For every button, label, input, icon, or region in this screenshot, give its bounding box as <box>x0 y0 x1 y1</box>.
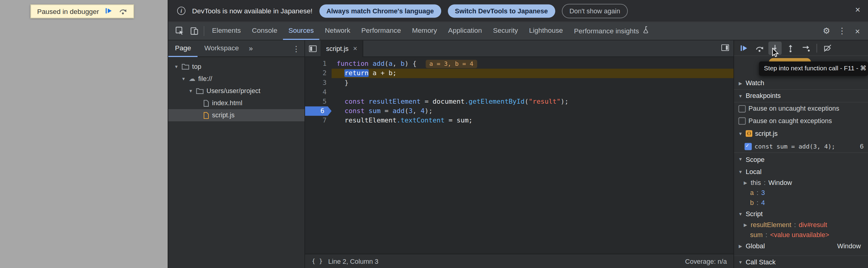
inspect-element-icon[interactable] <box>173 24 187 38</box>
tab-memory[interactable]: Memory <box>407 22 443 40</box>
disclosure-right-icon[interactable]: ▶ <box>738 243 743 248</box>
disclosure-down-icon[interactable]: ▼ <box>181 76 186 81</box>
section-breakpoints[interactable]: ▼ Breakpoints <box>734 90 868 102</box>
checkbox-checked[interactable] <box>745 143 752 150</box>
tree-item-top[interactable]: ▼ top <box>168 60 304 72</box>
tree-item-script-js[interactable]: script.js <box>168 109 304 121</box>
navigator-more-icon[interactable]: ⋮ <box>292 44 300 53</box>
switch-devtools-japanese-button[interactable]: Switch DevTools to Japanese <box>448 4 555 18</box>
pretty-print-icon[interactable]: { } <box>312 258 323 265</box>
colon: : <box>764 179 766 187</box>
device-toolbar-icon[interactable] <box>187 24 202 38</box>
tree-item-label: file:// <box>198 75 212 83</box>
token-property: .textContent <box>397 116 444 124</box>
scope-entry-sum[interactable]: sum: <value unavailable> <box>734 230 868 240</box>
paused-banner-label: Paused in debugger <box>37 7 99 16</box>
tab-elements[interactable]: Elements <box>207 22 247 40</box>
resume-script-icon[interactable] <box>104 6 113 17</box>
section-call-stack[interactable]: ▼ Call Stack <box>734 255 868 268</box>
tab-sources[interactable]: Sources <box>283 22 319 40</box>
more-options-icon[interactable]: ⋮ <box>835 24 849 38</box>
tree-item-file-origin[interactable]: ▼ ☁ file:// <box>168 72 304 85</box>
section-title: Call Stack <box>746 258 776 266</box>
dont-show-again-button[interactable]: Don't show again <box>562 4 628 18</box>
line-number[interactable]: 3 <box>305 78 332 88</box>
checkbox-unchecked[interactable] <box>738 105 746 112</box>
token-plain: = sum; <box>444 116 472 124</box>
tab-application[interactable]: Application <box>443 22 488 40</box>
navigator-tabstrip: Page Workspace » ⋮ <box>168 40 304 57</box>
token-indent <box>337 79 344 86</box>
line-number[interactable]: 1 <box>305 59 332 69</box>
toggle-debugger-sidebar-icon[interactable] <box>721 44 734 53</box>
tab-performance-insights[interactable]: Performance insights <box>568 22 654 40</box>
scope-var-name: this <box>751 179 761 187</box>
tab-performance-insights-label: Performance insights <box>574 23 639 39</box>
scope-entry-b[interactable]: b: 4 <box>734 198 868 208</box>
disclosure-down-icon[interactable]: ▼ <box>738 169 743 174</box>
navigator-tab-page[interactable]: Page <box>168 40 197 57</box>
line-number[interactable]: 4 <box>305 88 332 97</box>
token-number: 4 <box>421 107 425 115</box>
disclosure-down-icon[interactable]: ▼ <box>188 88 193 93</box>
tab-overflow-icon[interactable]: » <box>245 44 256 53</box>
scope-var-value: div#result <box>799 221 827 229</box>
checkbox-unchecked[interactable] <box>738 117 746 124</box>
infobar-close-icon[interactable]: × <box>855 5 860 14</box>
line-number[interactable]: 7 <box>305 116 332 125</box>
tab-lighthouse[interactable]: Lighthouse <box>524 22 568 40</box>
disclosure-down-icon[interactable]: ▼ <box>174 64 179 69</box>
scope-group-global[interactable]: ▶ Global Window <box>734 240 868 252</box>
scope-entry-a[interactable]: a: 3 <box>734 188 868 198</box>
code-editor[interactable]: 1 function add(a, b) {a = 3, b = 4 2 ret… <box>305 57 734 254</box>
section-watch[interactable]: ▶ Watch <box>734 77 868 90</box>
navigator-tab-workspace[interactable]: Workspace <box>198 40 246 57</box>
file-tab-script-js[interactable]: script.js × <box>320 40 363 57</box>
settings-gear-icon[interactable]: ⚙ <box>819 24 834 38</box>
debugger-controls <box>734 40 868 56</box>
breakpoint-source-label: const sum = add(3, 4); <box>754 143 835 150</box>
disclosure-down-icon[interactable]: ▼ <box>738 157 743 161</box>
scope-group-script[interactable]: ▼ Script <box>734 208 868 220</box>
toolbar-right-cluster: ⚙ ⋮ × <box>819 24 868 38</box>
match-chrome-language-button[interactable]: Always match Chrome's language <box>319 4 441 18</box>
scope-var-name: resultElement <box>751 221 792 229</box>
disclosure-down-icon[interactable]: ▼ <box>738 260 743 264</box>
step-out-icon[interactable] <box>784 41 797 55</box>
line-number[interactable]: 5 <box>305 97 332 107</box>
scope-global-value: Window <box>837 242 864 250</box>
disclosure-down-icon[interactable]: ▼ <box>738 93 743 98</box>
scope-entry-resultelement[interactable]: ▶ resultElement: div#result <box>734 220 868 230</box>
pause-uncaught-exceptions-row[interactable]: Pause on uncaught exceptions <box>734 102 868 115</box>
step-over-icon[interactable] <box>753 41 766 55</box>
tab-performance[interactable]: Performance <box>356 22 406 40</box>
step-over-icon[interactable] <box>119 6 127 17</box>
disclosure-down-icon[interactable]: ▼ <box>738 211 743 216</box>
tree-item-index-html[interactable]: index.html <box>168 97 304 109</box>
tab-network[interactable]: Network <box>319 22 356 40</box>
breakpoint-entry[interactable]: const sum = add(3, 4); 6 <box>734 140 868 152</box>
tab-console[interactable]: Console <box>246 22 283 40</box>
disclosure-down-icon[interactable]: ▼ <box>738 131 743 136</box>
infobar-message: DevTools is now available in Japanese! <box>192 7 312 15</box>
disclosure-right-icon[interactable]: ▶ <box>743 222 748 227</box>
step-icon[interactable] <box>799 41 812 55</box>
disclosure-right-icon[interactable]: ▶ <box>738 81 743 86</box>
disclosure-right-icon[interactable]: ▶ <box>743 180 748 185</box>
tab-close-icon[interactable]: × <box>353 44 357 53</box>
tab-security[interactable]: Security <box>488 22 524 40</box>
tree-item-label: script.js <box>212 111 235 119</box>
token-punct: } <box>344 79 348 86</box>
breakpoint-marker[interactable]: 6 <box>305 107 332 116</box>
pause-caught-exceptions-row[interactable]: Pause on caught exceptions <box>734 115 868 127</box>
resume-script-icon[interactable] <box>737 41 751 55</box>
line-number[interactable]: 2 <box>305 69 332 78</box>
scope-group-local[interactable]: ▼ Local <box>734 166 868 178</box>
devtools-close-icon[interactable]: × <box>850 24 865 38</box>
section-scope[interactable]: ▼ Scope <box>734 152 868 166</box>
tree-item-project-folder[interactable]: ▼ Users/user/project <box>168 85 304 97</box>
toggle-navigator-icon[interactable] <box>305 45 320 52</box>
breakpoint-file-group[interactable]: ▼ {} script.js <box>734 127 868 140</box>
deactivate-breakpoints-icon[interactable] <box>821 41 834 55</box>
scope-entry-this[interactable]: ▶ this: Window <box>734 178 868 188</box>
